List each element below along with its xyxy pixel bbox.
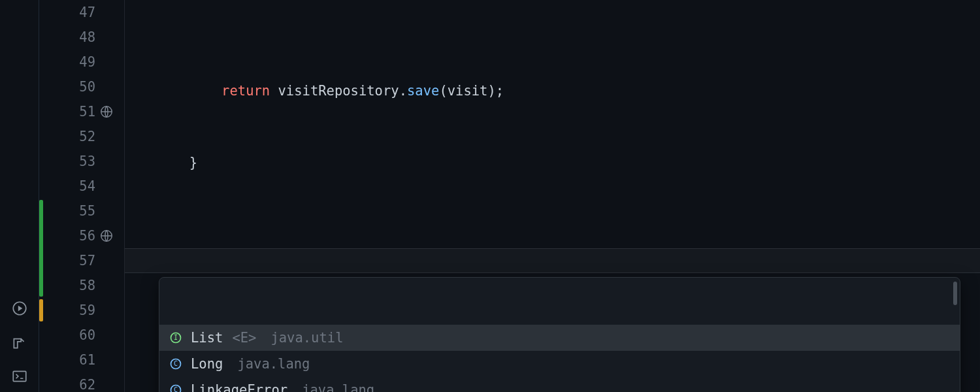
line-number: 58 <box>43 273 95 298</box>
activity-bar <box>0 0 39 392</box>
line-number-gutter: 47484950515253545556575859606162 <box>43 0 95 392</box>
code-area[interactable]: return visitRepository.save(visit); } @G… <box>125 0 980 392</box>
class-icon: C <box>169 383 183 392</box>
line-number: 49 <box>43 50 95 74</box>
autocomplete-item[interactable]: CLinkageErrorjava.lang <box>159 377 960 392</box>
line-number: 56 <box>43 223 95 248</box>
line-number: 48 <box>43 25 95 50</box>
line-number: 57 <box>43 248 95 273</box>
line-number: 53 <box>43 149 95 174</box>
line-number: 60 <box>43 323 95 348</box>
autocomplete-popup[interactable]: IList<E>java.utilCLongjava.langCLinkageE… <box>159 277 960 392</box>
build-icon[interactable] <box>10 333 29 351</box>
vcs-change-strip <box>39 0 43 392</box>
editor[interactable]: 47484950515253545556575859606162 return … <box>39 0 980 392</box>
class-icon: C <box>169 357 183 371</box>
svg-text:C: C <box>174 386 178 392</box>
autocomplete-item-package: java.lang <box>237 351 310 377</box>
line-number: 62 <box>43 372 95 392</box>
code-line[interactable]: } <box>125 150 980 175</box>
ide-root: 47484950515253545556575859606162 return … <box>0 0 980 392</box>
web-endpoint-icon[interactable] <box>99 229 114 243</box>
current-line-highlight <box>125 248 980 273</box>
web-endpoint-icon[interactable] <box>99 105 114 119</box>
run-icon[interactable] <box>10 299 29 318</box>
vcs-modified-marker[interactable] <box>39 299 43 321</box>
autocomplete-item[interactable]: IList<E>java.util <box>159 325 960 351</box>
autocomplete-item-name: List <box>191 325 223 351</box>
line-number: 47 <box>43 0 95 25</box>
autocomplete-item-package: java.util <box>270 325 343 351</box>
line-number: 54 <box>43 174 95 199</box>
code-line[interactable] <box>125 222 980 247</box>
autocomplete-item-name: Long <box>191 351 223 377</box>
autocomplete-item[interactable]: CLongjava.lang <box>159 351 960 377</box>
line-number: 59 <box>43 298 95 323</box>
autocomplete-item-name: LinkageError <box>191 377 287 392</box>
vcs-added-marker[interactable] <box>39 200 43 297</box>
line-number: 55 <box>43 199 95 223</box>
interface-icon: I <box>169 331 183 345</box>
autocomplete-scrollbar[interactable] <box>953 282 957 305</box>
line-number: 52 <box>43 124 95 149</box>
autocomplete-item-generic: <E> <box>232 325 256 351</box>
line-number: 61 <box>43 348 95 372</box>
line-number: 50 <box>43 74 95 99</box>
svg-text:C: C <box>174 360 178 367</box>
svg-text:I: I <box>174 334 178 341</box>
terminal-icon[interactable] <box>10 367 29 385</box>
autocomplete-item-package: java.lang <box>302 377 374 392</box>
svg-rect-1 <box>13 371 26 381</box>
code-line[interactable]: return visitRepository.save(visit); <box>125 78 980 103</box>
gutter-annotations <box>95 0 124 392</box>
line-number: 51 <box>43 99 95 124</box>
